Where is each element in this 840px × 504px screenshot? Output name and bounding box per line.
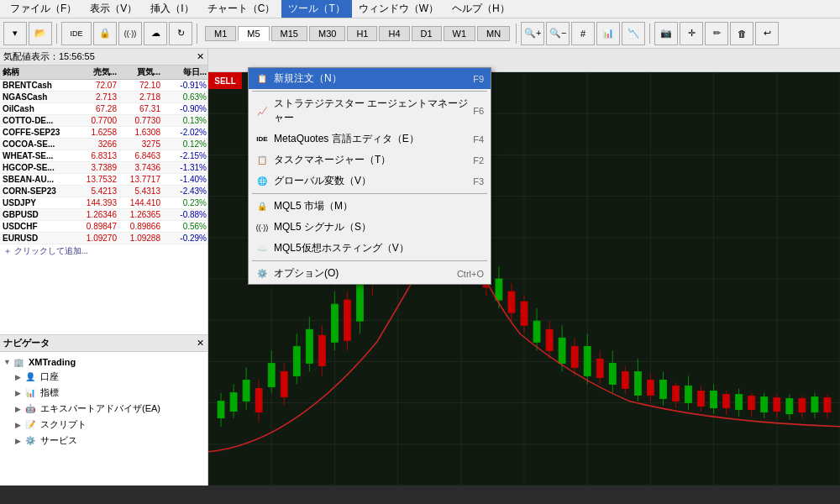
nav-close[interactable]: ✕ [197, 338, 204, 349]
tab-m30[interactable]: M30 [309, 26, 345, 41]
toolbar-radio[interactable]: ((·)) [118, 22, 142, 45]
watchlist-close[interactable]: ✕ [197, 51, 204, 62]
watchlist-title: 気配値表示：15:56:55 [3, 50, 95, 63]
toolbar-zoom-out[interactable]: 🔍− [546, 22, 570, 45]
menu-window[interactable]: ウィンドウ（W） [352, 0, 445, 18]
cell-symbol: BRENTCash [0, 80, 76, 91]
tab-h1[interactable]: H1 [347, 26, 377, 41]
nav-expand-broker[interactable]: ▼ [3, 358, 12, 366]
tab-d1[interactable]: D1 [412, 26, 442, 41]
menu-file[interactable]: ファイル（F） [3, 0, 83, 18]
toolbar-crosshair[interactable]: ✛ [680, 22, 703, 45]
toolbar-chart-type1[interactable]: 📊 [596, 22, 620, 45]
cell-sell: 67.28 [76, 103, 119, 114]
cell-sell: 0.7700 [76, 115, 119, 126]
svg-rect-95 [521, 302, 528, 325]
tab-h4[interactable]: H4 [379, 26, 409, 41]
table-row[interactable]: HGCOP-SE... 3.7389 3.7436 -1.31% [0, 162, 207, 174]
nav-icon-ea: 🤖 [25, 404, 37, 413]
toolbar-ide[interactable]: IDE [61, 22, 92, 45]
toolbar-cloud[interactable]: ☁ [144, 22, 167, 45]
cell-symbol: COTTO-DE... [0, 115, 76, 126]
toolbar: ▾ 📂 IDE 🔒 ((·)) ☁ ↻ M1 M5 M15 M30 H1 H4 … [0, 18, 840, 49]
cell-change: -1.31% [163, 162, 207, 173]
cell-change: -2.15% [163, 150, 207, 161]
add-symbol-btn[interactable]: ＋ クリックして追加... [0, 244, 207, 258]
col-symbol: 銘柄 [0, 66, 76, 79]
cell-buy: 144.410 [119, 197, 163, 208]
cell-sell: 1.09270 [76, 233, 119, 244]
toolbar-zoom-in[interactable]: 🔍+ [521, 22, 544, 45]
tab-mn[interactable]: MN [477, 26, 510, 41]
toolbar-draw[interactable]: ✏ [705, 22, 728, 45]
nav-expand-account[interactable]: ▶ [15, 373, 24, 381]
toolbar-open[interactable]: 📂 [29, 22, 52, 45]
nav-expand-indicator[interactable]: ▶ [15, 389, 24, 397]
cell-sell: 2.713 [76, 92, 119, 102]
toolbar-undo[interactable]: ↩ [755, 22, 779, 45]
svg-rect-69 [811, 397, 818, 412]
toolbar-new[interactable]: ▾ [3, 22, 27, 45]
table-row[interactable]: USDJPY 144.393 144.410 0.23% [0, 197, 207, 209]
menu-mql5-signals[interactable]: ((·)) MQL5 シグナル（S） [249, 217, 491, 238]
table-row[interactable]: GBPUSD 1.26346 1.26365 -0.88% [0, 209, 207, 221]
tab-m1[interactable]: M1 [205, 26, 236, 41]
table-row[interactable]: WHEAT-SE... 6.8313 6.8463 -2.15% [0, 150, 207, 162]
sell-indicator[interactable]: SELL [208, 72, 242, 89]
menu-new-order[interactable]: 📋 新規注文（N） F9 [249, 68, 491, 89]
cell-change: -0.91% [163, 80, 207, 91]
cell-symbol: WHEAT-SE... [0, 150, 76, 161]
toolbar-screenshot[interactable]: 📷 [654, 22, 678, 45]
table-row[interactable]: COTTO-DE... 0.7700 0.7730 0.13% [0, 115, 207, 127]
toolbar-lock[interactable]: 🔒 [93, 22, 117, 45]
menu-global-vars[interactable]: 🌐 グローバル変数（V） F3 [249, 171, 491, 192]
toolbar-refresh[interactable]: ↻ [169, 22, 192, 45]
toolbar-delete[interactable]: 🗑 [730, 22, 753, 45]
menu-tools[interactable]: ツール（T） [281, 0, 351, 18]
table-row[interactable]: COCOA-SE... 3266 3275 0.12% [0, 139, 207, 150]
table-row[interactable]: OilCash 67.28 67.31 -0.90% [0, 103, 207, 115]
nav-title: ナビゲータ [3, 337, 50, 349]
table-row[interactable]: SBEAN-AU... 13.7532 13.7717 -1.40% [0, 174, 207, 186]
dropdown-menu: 📋 新規注文（N） F9 📈 ストラテジテスター エージェントマネージャー F6… [248, 67, 491, 285]
menu-help[interactable]: ヘルプ（H） [445, 0, 517, 18]
menu-mql5-market[interactable]: 🔒 MQL5 市場（M） [249, 196, 491, 217]
table-row[interactable]: COFFE-SEP23 1.6258 1.6308 -2.02% [0, 127, 207, 139]
nav-expand-script[interactable]: ▶ [15, 421, 24, 429]
nav-item-broker[interactable]: ▼ 🏢 XMTrading [3, 355, 204, 369]
cell-change: 0.12% [163, 139, 207, 150]
menu-options[interactable]: ⚙️ オプション(O) Ctrl+O [249, 263, 491, 284]
cell-buy: 2.718 [119, 92, 163, 102]
watchlist-rows: BRENTCash 72.07 72.10 -0.91% NGASCash 2.… [0, 80, 207, 244]
table-row[interactable]: CORN-SEP23 5.4213 5.4313 -2.43% [0, 186, 207, 197]
table-row[interactable]: BRENTCash 72.07 72.10 -0.91% [0, 80, 207, 92]
menu-view[interactable]: 表示（V） [83, 0, 144, 18]
menu-mql5-hosting[interactable]: ☁️ MQL5仮想ホスティング（V） [249, 238, 491, 259]
nav-item-ea[interactable]: ▶ 🤖 エキスパートアドバイザ(EA) [3, 401, 204, 417]
tab-m5[interactable]: M5 [238, 26, 269, 41]
menu-metaquotes-editor[interactable]: IDE MetaQuotes 言語エディタ（E） F4 [249, 129, 491, 150]
cell-symbol: SBEAN-AU... [0, 174, 76, 185]
tab-w1[interactable]: W1 [444, 26, 476, 41]
table-row[interactable]: USDCHF 0.89847 0.89866 0.56% [0, 221, 207, 233]
table-row[interactable]: NGASCash 2.713 2.718 0.63% [0, 92, 207, 103]
nav-expand-ea[interactable]: ▶ [15, 405, 24, 413]
nav-item-service[interactable]: ▶ ⚙️ サービス [3, 433, 204, 449]
menu-task-manager[interactable]: 📋 タスクマネージャー（T） F2 [249, 150, 491, 171]
cell-change: 0.63% [163, 92, 207, 102]
nav-item-indicator[interactable]: ▶ 📊 指標 [3, 385, 204, 401]
nav-expand-service[interactable]: ▶ [15, 437, 24, 445]
svg-rect-27 [243, 380, 249, 401]
nav-item-account[interactable]: ▶ 👤 口座 [3, 369, 204, 385]
tab-m15[interactable]: M15 [271, 26, 307, 41]
nav-item-script[interactable]: ▶ 📝 スクリプト [3, 417, 204, 433]
toolbar-chart-type2[interactable]: 📉 [622, 22, 645, 45]
table-row[interactable]: EURUSD 1.09270 1.09288 -0.29% [0, 233, 207, 244]
cell-buy: 3.7436 [119, 162, 163, 173]
menu-chart[interactable]: チャート（C） [201, 0, 282, 18]
cell-buy: 6.8463 [119, 150, 163, 161]
menu-strategy-tester[interactable]: 📈 ストラテジテスター エージェントマネージャー F6 [249, 93, 491, 129]
mql5-signals-icon: ((·)) [255, 221, 269, 234]
toolbar-grid[interactable]: # [571, 22, 595, 45]
menu-insert[interactable]: 挿入（I） [144, 0, 200, 18]
